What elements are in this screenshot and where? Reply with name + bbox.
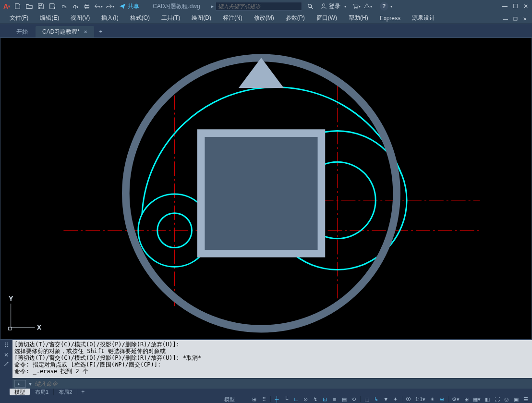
sb-infer-icon[interactable]: ┼ bbox=[273, 396, 281, 403]
sb-scale[interactable]: 1:1▾ bbox=[414, 396, 427, 403]
viewcube[interactable] bbox=[0, 43, 527, 344]
cart-icon[interactable]: ▾ bbox=[351, 1, 362, 12]
document-tabbar: 开始 CAD习题教程*✕ + bbox=[0, 24, 532, 37]
cmd-line: 命令: 指定对角点或 [栏选(F)/圈围(WP)/圈交(CP)]: bbox=[14, 361, 530, 368]
layout-tab-add[interactable]: + bbox=[77, 389, 88, 395]
menu-help[interactable]: 帮助(H) bbox=[343, 12, 374, 24]
cloud-save-icon[interactable] bbox=[70, 1, 81, 12]
undo-icon[interactable]: ▾ bbox=[93, 1, 104, 12]
menu-express[interactable]: Express bbox=[374, 12, 406, 24]
menu-insert[interactable]: 插入(I) bbox=[96, 12, 124, 24]
close-button[interactable]: ✕ bbox=[521, 2, 530, 11]
cmd-close-icon[interactable]: ✕ bbox=[4, 352, 9, 358]
sb-isolate-icon[interactable]: ◎ bbox=[502, 396, 511, 403]
help-dropdown-icon[interactable]: ▾ bbox=[390, 4, 392, 9]
sb-filter-icon[interactable]: ▼ bbox=[382, 396, 390, 403]
sb-annoscale-icon[interactable]: ⦿ bbox=[404, 396, 413, 403]
sb-ortho-icon[interactable]: ∟ bbox=[292, 396, 301, 403]
sb-iso-icon[interactable]: ↯ bbox=[311, 396, 320, 403]
share-button[interactable]: 共享 bbox=[116, 1, 142, 12]
sb-3dosnap-icon[interactable]: ⬚ bbox=[363, 396, 371, 403]
search-input[interactable] bbox=[218, 3, 300, 9]
layout-tab-model[interactable]: 模型 bbox=[10, 389, 30, 395]
sb-workspace-icon[interactable]: ⚙▾ bbox=[450, 396, 461, 403]
sb-lockui-icon[interactable]: ⛶ bbox=[493, 396, 501, 403]
sb-polar-icon[interactable]: ⊘ bbox=[302, 396, 310, 403]
sb-grid-icon[interactable]: ⊞ bbox=[250, 396, 259, 403]
sb-quickprop-icon[interactable]: ◧ bbox=[483, 396, 492, 403]
command-prompt-icon[interactable]: ▸_ bbox=[14, 380, 26, 388]
sb-hardware-icon[interactable]: ▣ bbox=[512, 396, 520, 403]
layout-tabbar: 模型 布局1 布局2 + bbox=[0, 389, 532, 395]
svg-rect-1 bbox=[85, 4, 88, 6]
open-icon[interactable] bbox=[24, 1, 35, 12]
sb-units-icon[interactable]: ▦▾ bbox=[472, 396, 482, 403]
drawing-canvas[interactable]: X Y bbox=[0, 37, 532, 340]
menu-edit[interactable]: 编辑(E) bbox=[34, 12, 65, 24]
menu-file[interactable]: 文件(F) bbox=[4, 12, 34, 24]
sb-gizmo-icon[interactable]: ✦ bbox=[391, 396, 400, 403]
cmd-drag-handle-icon[interactable]: ⠿ bbox=[4, 342, 9, 349]
sb-lineweight-icon[interactable]: ≡ bbox=[330, 396, 339, 403]
tab-close-icon[interactable]: ✕ bbox=[84, 29, 87, 35]
menu-yuanquan[interactable]: 源泉设计 bbox=[406, 12, 441, 24]
titlebar: A▾ ▾ ▾ 共享 CAD习题教程.dwg ▸ 登录 ▾ ▾ ▾ ? ▾ — ☐… bbox=[0, 0, 532, 12]
app-icon[interactable]: A▾ bbox=[2, 1, 12, 11]
menu-view[interactable]: 视图(V) bbox=[65, 12, 96, 24]
search-box[interactable] bbox=[216, 2, 302, 11]
sb-transparency-icon[interactable]: ▤ bbox=[340, 396, 349, 403]
sb-dynamic-icon[interactable]: ╙ bbox=[282, 396, 291, 403]
sb-model[interactable]: 模型 bbox=[223, 396, 236, 403]
menu-param[interactable]: 参数(P) bbox=[280, 12, 311, 24]
command-history[interactable]: [剪切边(T)/窗交(C)/模式(O)/投影(P)/删除(R)/放弃(U)]: … bbox=[12, 340, 532, 378]
saveas-icon[interactable] bbox=[47, 1, 58, 12]
maximize-button[interactable]: ☐ bbox=[511, 2, 520, 11]
print-icon[interactable] bbox=[82, 1, 92, 12]
save-icon[interactable] bbox=[36, 1, 46, 12]
svg-rect-21 bbox=[201, 133, 322, 254]
cmd-settings-icon[interactable] bbox=[3, 361, 9, 368]
sb-cleanscreen-icon[interactable]: ☰ bbox=[521, 396, 530, 403]
menu-window[interactable]: 窗口(W) bbox=[311, 12, 343, 24]
menu-modify[interactable]: 修改(M) bbox=[248, 12, 280, 24]
menu-dimension[interactable]: 标注(N) bbox=[217, 12, 248, 24]
cmd-line: [剪切边(T)/窗交(C)/模式(O)/投影(P)/删除(R)/放弃(U)]: … bbox=[14, 354, 530, 361]
sb-osnap-icon[interactable]: ⊡ bbox=[321, 396, 329, 403]
user-icon bbox=[320, 3, 327, 10]
help-icon[interactable]: ? bbox=[380, 2, 388, 11]
menu-tools[interactable]: 工具(T) bbox=[156, 12, 186, 24]
sb-dynucs-icon[interactable]: ↳ bbox=[372, 396, 381, 403]
sb-autoadd-icon[interactable]: ⊕ bbox=[437, 396, 446, 403]
tab-start[interactable]: 开始 bbox=[10, 26, 35, 37]
menubar: 文件(F) 编辑(E) 视图(V) 插入(I) 格式(O) 工具(T) 绘图(D… bbox=[0, 12, 532, 24]
child-minimize-button[interactable]: — bbox=[501, 14, 510, 23]
layout-tab-1[interactable]: 布局1 bbox=[30, 389, 54, 395]
redo-icon[interactable]: ▾ bbox=[105, 1, 115, 12]
command-input[interactable] bbox=[35, 380, 530, 387]
menu-format[interactable]: 格式(O) bbox=[124, 12, 156, 24]
command-panel: ⠿ ✕ [剪切边(T)/窗交(C)/模式(O)/投影(P)/删除(R)/放弃(U… bbox=[0, 340, 532, 389]
cmd-dropdown-icon[interactable]: ▾ bbox=[29, 380, 32, 387]
child-restore-button[interactable]: ❐ bbox=[511, 14, 520, 23]
cmd-line: 选择要修剪的对象，或按住 Shift 键选择要延伸的对象或 bbox=[14, 348, 530, 354]
statusbar: 模型 ⊞ ⠿ ┼ ╙ ∟ ⊘ ↯ ⊡ ≡ ▤ ⟲ ⬚ ↳ ▼ ✦ ⦿ 1:1▾ … bbox=[0, 395, 532, 403]
sb-cycling-icon[interactable]: ⟲ bbox=[350, 396, 358, 403]
tab-active-document[interactable]: CAD习题教程*✕ bbox=[36, 26, 94, 37]
svg-point-3 bbox=[308, 4, 311, 8]
login-button[interactable]: 登录 ▾ bbox=[320, 2, 346, 11]
svg-point-5 bbox=[354, 8, 355, 9]
cmd-line: 命令: _.erase 找到 2 个 bbox=[14, 368, 530, 375]
minimize-button[interactable]: — bbox=[500, 2, 509, 11]
search-icon[interactable] bbox=[305, 1, 315, 12]
new-icon[interactable] bbox=[12, 1, 23, 12]
sb-annovis-icon[interactable]: ✴ bbox=[428, 396, 436, 403]
cloud-open-icon[interactable] bbox=[59, 1, 69, 12]
sb-snap-icon[interactable]: ⠿ bbox=[260, 396, 268, 403]
menu-draw[interactable]: 绘图(D) bbox=[186, 12, 217, 24]
share-label: 共享 bbox=[128, 2, 139, 11]
tab-new-button[interactable]: + bbox=[95, 26, 107, 37]
autodesk-icon[interactable]: ▾ bbox=[363, 1, 373, 12]
layout-tab-2[interactable]: 布局2 bbox=[54, 389, 77, 395]
sb-annomon-icon[interactable]: ⊞ bbox=[462, 396, 471, 403]
child-close-button[interactable]: ✕ bbox=[520, 14, 529, 23]
